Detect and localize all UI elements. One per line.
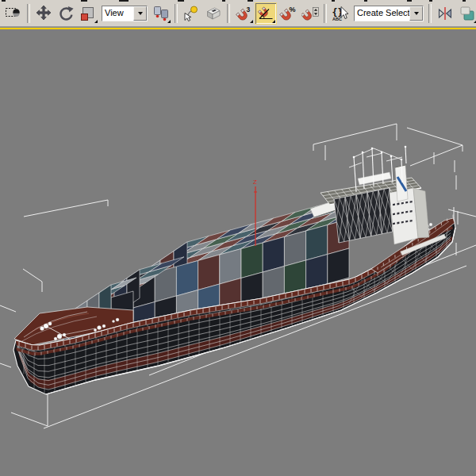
menu-bar-remnant: [429, 0, 432, 2]
spinner-snap-toggle-button[interactable]: [299, 2, 321, 25]
window-crossing-icon: [5, 5, 22, 22]
menu-bar-remnant: [463, 0, 466, 2]
menu-bar-remnant: [81, 0, 87, 2]
viewport-perspective[interactable]: Z: [0, 29, 476, 475]
menu-bar-remnant: [178, 0, 184, 2]
chevron-down-icon[interactable]: [133, 6, 147, 21]
toolbar-separator: [175, 4, 178, 23]
mirror-icon: [436, 5, 454, 22]
reference-coordinate-system-dropdown[interactable]: View: [102, 6, 148, 21]
flyout-indicator: [167, 20, 171, 23]
window-crossing-toggle-button[interactable]: [2, 2, 25, 25]
named-sets-icon: {}ABC: [332, 5, 349, 22]
percent-snap-toggle-button[interactable]: %: [277, 2, 299, 25]
edit-named-selection-sets-button[interactable]: {}ABC: [329, 2, 351, 25]
magnet-percent-icon: %: [279, 5, 297, 22]
menu-bar-remnant: [2, 0, 6, 2]
z-axis-label: Z: [253, 178, 257, 186]
scene-canvas[interactable]: Z: [0, 29, 476, 475]
menu-bar-remnant: [222, 0, 225, 2]
select-and-manipulate-button[interactable]: [180, 2, 202, 25]
manipulate-icon: [182, 5, 200, 22]
rotate-icon: [57, 5, 75, 22]
toolbar-separator: [27, 4, 30, 23]
keyboard-override-icon: [205, 5, 222, 22]
mirror-button[interactable]: [434, 2, 456, 25]
toolbar-separator: [324, 4, 327, 23]
menu-bar-remnant: [332, 0, 335, 2]
chevron-down-icon[interactable]: [409, 6, 423, 21]
toolbar-separator: [227, 4, 230, 23]
menu-bar-remnant: [248, 0, 253, 2]
flyout-indicator: [94, 20, 98, 23]
select-and-uniform-scale-button[interactable]: [77, 2, 99, 25]
magnet-spinner-icon: [301, 5, 319, 22]
move-icon: [35, 5, 52, 22]
svg-text:%: %: [290, 6, 296, 13]
toolbar-separator: [428, 4, 432, 23]
snap-toggle-3d-button[interactable]: 3: [232, 2, 255, 25]
menu-bar-remnant: [364, 0, 367, 2]
align-button[interactable]: [456, 2, 476, 25]
select-and-rotate-button[interactable]: [55, 2, 77, 25]
reference-coordinate-system-dropdown-value: View: [102, 6, 133, 21]
named-selection-sets-dropdown[interactable]: Create Selection Set: [354, 6, 424, 21]
angle-snap-toggle-button[interactable]: [255, 2, 277, 25]
select-and-move-button[interactable]: [33, 2, 55, 25]
menu-bar-remnant: [407, 0, 412, 2]
menu-bar-remnant: [119, 0, 129, 2]
svg-text:3: 3: [247, 5, 251, 13]
named-selection-sets-dropdown-value: Create Selection Set: [355, 6, 409, 21]
flyout-indicator: [272, 20, 275, 23]
svg-text:ABC: ABC: [332, 16, 342, 21]
flyout-indicator: [250, 20, 253, 23]
main-toolbar: View3%{}ABCCreate Selection Set: [0, 0, 476, 27]
keyboard-shortcut-override-button[interactable]: [202, 2, 225, 25]
use-pivot-point-center-button[interactable]: [150, 2, 172, 25]
